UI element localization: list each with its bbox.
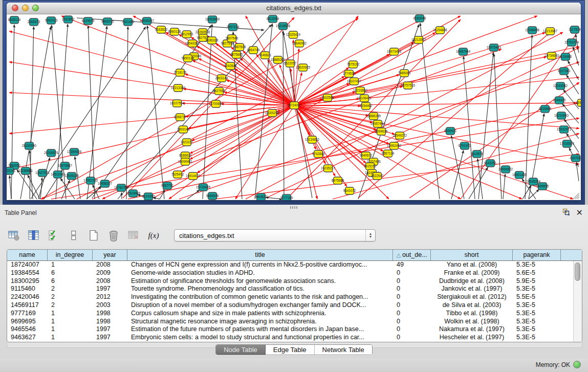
- network-node-yellow[interactable]: 9890134: [182, 55, 194, 62]
- network-node-teal[interactable]: 7857224: [227, 24, 239, 31]
- red-edge[interactable]: [197, 105, 294, 173]
- network-node-teal[interactable]: 9863215: [101, 18, 114, 25]
- tab-node-table[interactable]: Node Table: [216, 345, 266, 355]
- network-node-teal[interactable]: 17359928: [67, 148, 82, 156]
- red-edge[interactable]: [215, 154, 579, 199]
- network-node-teal[interactable]: 10954522: [498, 166, 513, 173]
- network-node-teal[interactable]: 2065573: [28, 18, 40, 26]
- network-node-teal[interactable]: 19218506: [276, 23, 291, 30]
- black-edge[interactable]: [88, 26, 95, 199]
- network-node-yellow[interactable]: 12213967: [543, 28, 558, 35]
- network-node-teal[interactable]: 3915141: [7, 167, 16, 174]
- network-node-teal[interactable]: 12093582: [553, 82, 568, 90]
- red-edge[interactable]: [294, 105, 347, 187]
- black-edge[interactable]: [451, 150, 464, 199]
- black-edge[interactable]: [522, 186, 531, 199]
- black-edge[interactable]: [503, 174, 505, 199]
- network-node-yellow[interactable]: 11700694: [209, 100, 223, 107]
- network-node-yellow[interactable]: 9875685: [230, 51, 243, 58]
- network-node-teal[interactable]: 1062852: [62, 16, 75, 23]
- network-node-yellow[interactable]: 6522057: [284, 60, 297, 67]
- network-node-teal[interactable]: 8813054: [267, 15, 279, 23]
- network-node-teal[interactable]: 9777169: [280, 194, 293, 200]
- network-node-yellow[interactable]: 18757516: [401, 82, 416, 89]
- network-node-yellow[interactable]: 9358717: [174, 114, 187, 121]
- table-row[interactable]: 911546021997Tourette syndrome. Phenomeno…: [7, 285, 574, 293]
- network-node-teal[interactable]: 26160590: [22, 142, 37, 149]
- table-row[interactable]: 969969511998Structural magnetic resonanc…: [7, 318, 574, 326]
- network-node-yellow[interactable]: 16914479: [186, 172, 201, 180]
- new-table-button[interactable]: [87, 229, 100, 242]
- table-row[interactable]: 946362711997Embryonic stem cells: a mode…: [7, 334, 574, 342]
- canvas-resize-grip[interactable]: [573, 193, 579, 199]
- network-node-yellow[interactable]: 7485083: [398, 70, 411, 77]
- network-node-yellow[interactable]: 1595832: [576, 99, 581, 106]
- network-node-yellow[interactable]: 1615152: [364, 163, 377, 170]
- table-row[interactable]: 2242004622012Investigating the contribut…: [7, 293, 574, 301]
- network-node-yellow[interactable]: 9807546: [226, 35, 238, 42]
- network-node-teal[interactable]: 6791973: [459, 142, 471, 149]
- network-node-teal[interactable]: 17957255: [83, 177, 98, 184]
- black-edge[interactable]: [283, 31, 284, 199]
- black-edge[interactable]: [187, 190, 200, 199]
- black-edge[interactable]: [121, 192, 122, 199]
- table-row[interactable]: 1830029562008Estimation of significance …: [7, 277, 574, 286]
- network-node-teal[interactable]: 8635124: [8, 16, 21, 24]
- network-node-yellow[interactable]: 13620925: [296, 64, 311, 71]
- delete-trash-button[interactable]: [107, 229, 120, 242]
- red-edge[interactable]: [294, 103, 577, 105]
- network-node-teal[interactable]: 12923468: [126, 190, 141, 197]
- network-node-teal[interactable]: 9463627: [255, 193, 268, 200]
- network-node-yellow[interactable]: 2967608: [233, 43, 246, 51]
- network-node-teal[interactable]: 15751074: [564, 39, 579, 46]
- network-node-teal[interactable]: 8539921: [444, 127, 457, 135]
- red-edge[interactable]: [294, 83, 350, 105]
- tab-network-table[interactable]: Network Table: [315, 345, 372, 355]
- column-header-title[interactable]: title: [127, 250, 393, 260]
- network-node-teal[interactable]: 8124675: [82, 17, 95, 25]
- tab-edge-table[interactable]: Edge Table: [266, 345, 315, 355]
- network-node-yellow[interactable]: 7875192: [347, 61, 360, 68]
- network-node-teal[interactable]: 9857791: [161, 182, 174, 189]
- table-row[interactable]: 1456911722003Disruption of a novel membe…: [7, 301, 574, 310]
- network-node-yellow[interactable]: 8099615: [375, 128, 388, 135]
- table-chooser-dropdown[interactable]: citations_edges.txt ▲▼: [174, 229, 376, 242]
- network-node-teal[interactable]: 16921435: [512, 171, 527, 179]
- network-node-yellow[interactable]: 8912953: [181, 31, 193, 38]
- network-node-teal[interactable]: 1117524: [569, 26, 581, 33]
- network-node-yellow[interactable]: 1632568: [321, 94, 334, 101]
- network-node-teal[interactable]: 8124353: [142, 193, 155, 200]
- table-row[interactable]: 977716911998Corpus callosum shape and si…: [7, 310, 574, 318]
- column-header-short[interactable]: short: [431, 250, 513, 260]
- network-node-teal[interactable]: 9699695: [536, 183, 549, 190]
- network-node-teal[interactable]: 8183048: [413, 15, 426, 22]
- network-node-teal[interactable]: 14511943: [51, 171, 65, 178]
- network-node-yellow[interactable]: 9146821: [259, 52, 272, 59]
- network-node-teal[interactable]: 16487944: [456, 48, 471, 55]
- network-node-teal[interactable]: 7921465: [122, 18, 135, 26]
- table-row[interactable]: 1938455462009Genome-wide association stu…: [7, 269, 574, 277]
- network-node-teal[interactable]: 10535287: [140, 17, 155, 25]
- network-node-teal[interactable]: 15932971: [557, 126, 572, 133]
- network-node-yellow[interactable]: 18107554: [170, 100, 185, 107]
- network-node-teal[interactable]: 15716485: [196, 184, 211, 191]
- red-edge[interactable]: [294, 16, 537, 105]
- deselect-all-button[interactable]: [67, 229, 80, 242]
- float-panel-icon[interactable]: [562, 208, 570, 218]
- select-all-button[interactable]: [47, 229, 60, 242]
- network-node-teal[interactable]: 17016534: [560, 140, 575, 147]
- black-edge[interactable]: [10, 176, 11, 199]
- network-node-yellow[interactable]: 16106421: [357, 95, 372, 102]
- network-node-yellow[interactable]: 12325419: [286, 31, 301, 38]
- network-node-teal[interactable]: 16053809: [205, 16, 220, 23]
- network-node-yellow[interactable]: 18549272: [393, 132, 407, 139]
- network-node-yellow[interactable]: 8567124: [382, 150, 395, 157]
- network-node-teal[interactable]: 9227343: [558, 68, 571, 75]
- network-node-yellow[interactable]: 16886395: [366, 113, 381, 120]
- network-node-teal[interactable]: 10975887: [58, 162, 73, 169]
- column-header-year[interactable]: year: [93, 250, 127, 260]
- network-window-titlebar[interactable]: citations_edges.txt: [7, 3, 581, 14]
- network-node-teal[interactable]: 13427571: [35, 169, 50, 177]
- network-node-yellow[interactable]: 8427552: [213, 87, 226, 95]
- table-vertical-scrollbar[interactable]: [573, 261, 582, 342]
